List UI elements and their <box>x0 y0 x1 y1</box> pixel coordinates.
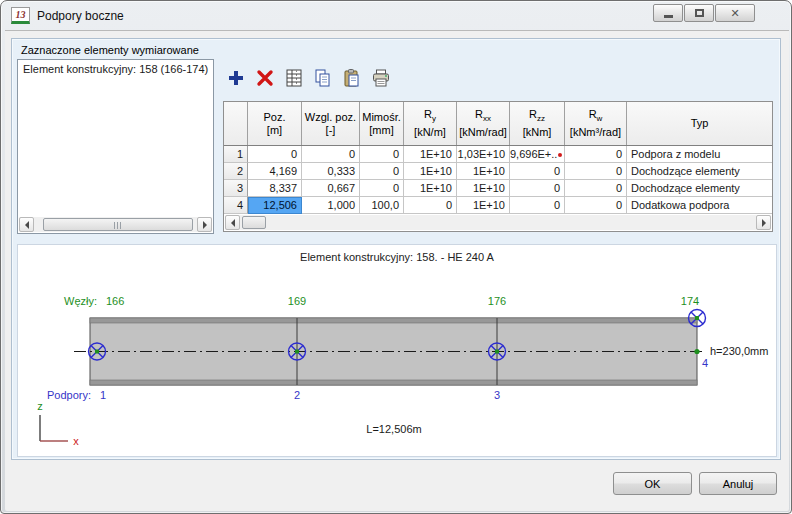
table-cell[interactable]: 12,506 <box>248 197 302 214</box>
column-header: Wzgl. poz.[-] <box>302 102 360 145</box>
minimize-button[interactable] <box>653 4 683 22</box>
copy-icon <box>313 68 333 88</box>
table-cell[interactable]: 0 <box>510 163 565 180</box>
scroll-left-arrow[interactable] <box>19 217 34 232</box>
edit-table-button[interactable] <box>281 65 307 91</box>
support-number: 2 <box>294 389 300 401</box>
scrollbar-thumb[interactable] <box>242 216 266 229</box>
support-number: 3 <box>494 389 500 401</box>
scroll-right-arrow[interactable] <box>197 217 212 232</box>
beam-bottom-flange <box>90 380 697 385</box>
plus-icon <box>226 68 246 88</box>
beam-diagram: Węzły: 166 169 176 174 Podpory: 1 2 3 4 … <box>18 245 778 458</box>
column-header: Rzz[kNm] <box>510 102 565 145</box>
delete-x-icon <box>255 68 275 88</box>
table-cell[interactable]: 4,169 <box>248 163 302 180</box>
ok-button[interactable]: OK <box>613 472 692 495</box>
table-cell[interactable]: 0 <box>248 146 302 163</box>
scroll-left-arrow[interactable] <box>225 215 240 230</box>
table-cell[interactable]: 100,0 <box>360 197 404 214</box>
scroll-right-arrow[interactable] <box>756 215 771 230</box>
close-icon: ✕ <box>730 8 739 19</box>
row-number-cell[interactable]: 2 <box>224 163 248 180</box>
table-horizontal-scrollbar[interactable] <box>225 215 771 230</box>
dialog-window: 13 Podpory boczne ✕ Zaznaczone elementy … <box>0 0 792 514</box>
column-header: Rw[kNm³/rad] <box>565 102 627 145</box>
column-header: Typ <box>627 102 772 145</box>
cancel-button[interactable]: Anuluj <box>699 472 777 495</box>
paste-button[interactable] <box>339 65 365 91</box>
table-cell[interactable]: 0 <box>360 163 404 180</box>
beam-diagram-panel: Element konstrukcyjny: 158. - HE 240 A <box>17 244 777 457</box>
table-cell[interactable]: 0 <box>565 146 627 163</box>
table-cell[interactable]: 1E+10 <box>404 163 457 180</box>
title-bar[interactable]: 13 Podpory boczne ✕ <box>1 1 791 30</box>
table-cell[interactable]: 9,696E+.. <box>510 146 565 163</box>
print-button[interactable] <box>368 65 394 91</box>
beam-end-marker <box>694 349 699 354</box>
arrow-right-icon <box>762 219 770 227</box>
selected-elements-listbox[interactable]: Element konstrukcyjny: 158 (166-174) <box>17 59 214 234</box>
table-cell[interactable]: 1E+10 <box>457 180 510 197</box>
node-marker <box>295 350 299 354</box>
table-cell[interactable]: 0 <box>565 180 627 197</box>
table-cell[interactable]: Dochodzące elementy <box>627 180 772 197</box>
supports-label: Podpory: <box>47 389 91 401</box>
table-cell[interactable]: 0 <box>565 197 627 214</box>
copy-button[interactable] <box>310 65 336 91</box>
table-cell[interactable]: 0,333 <box>302 163 360 180</box>
column-header: Poz.[m] <box>248 102 302 145</box>
scrollbar-track[interactable] <box>34 218 197 231</box>
node-number: 166 <box>106 295 124 307</box>
table-row: 412,5061,000100,001E+1000Dodatkowa podpo… <box>224 197 772 214</box>
header-corner-cell <box>224 102 248 145</box>
supports-table: Poz.[m]Wzgl. poz.[-]Mimośr.[mm]Ry[kN/m]R… <box>223 101 773 232</box>
table-cell[interactable]: 0 <box>360 180 404 197</box>
arrow-left-icon <box>21 221 29 229</box>
table-cell[interactable]: Dodatkowa podpora <box>627 197 772 214</box>
close-button[interactable]: ✕ <box>715 4 755 22</box>
table-row: 24,1690,33301E+101E+1000Dochodzące eleme… <box>224 163 772 180</box>
row-number-cell[interactable]: 3 <box>224 180 248 197</box>
minimize-icon <box>664 15 673 18</box>
table-row: 10001E+101,03E+109,696E+..0Podpora z mod… <box>224 146 772 163</box>
support-number: 1 <box>100 389 106 401</box>
table-cell[interactable]: 1E+10 <box>404 146 457 163</box>
table-cell[interactable]: 8,337 <box>248 180 302 197</box>
module-icon: 13 <box>11 7 30 24</box>
table-cell[interactable]: 1E+10 <box>457 163 510 180</box>
scrollbar-track[interactable] <box>240 216 756 229</box>
table-cell[interactable]: Dochodzące elementy <box>627 163 772 180</box>
beam-top-flange <box>90 318 697 323</box>
table-cell[interactable]: 1,000 <box>302 197 360 214</box>
table-cell[interactable]: 0 <box>404 197 457 214</box>
row-number-cell[interactable]: 1 <box>224 146 248 163</box>
delete-row-button[interactable] <box>252 65 278 91</box>
table-cell[interactable]: 0 <box>302 146 360 163</box>
table-cell[interactable]: 0,667 <box>302 180 360 197</box>
row-number-cell[interactable]: 4 <box>224 197 248 214</box>
table-cell[interactable]: 1E+10 <box>404 180 457 197</box>
table-cell[interactable]: 1,03E+10 <box>457 146 510 163</box>
scrollbar-thumb[interactable] <box>43 218 193 231</box>
table-cell[interactable]: 1E+10 <box>457 197 510 214</box>
table-cell[interactable]: Podpora z modelu <box>627 146 772 163</box>
selected-elements-label: Zaznaczone elementy wymiarowane <box>21 44 199 56</box>
printer-icon <box>371 68 391 88</box>
table-cell[interactable]: 0 <box>510 180 565 197</box>
table-row: 38,3370,66701E+101E+1000Dochodzące eleme… <box>224 180 772 197</box>
column-header: Ry[kN/m] <box>404 102 457 145</box>
listbox-horizontal-scrollbar[interactable] <box>19 217 212 232</box>
axis-x-label: x <box>73 435 79 447</box>
node-number: 176 <box>488 295 506 307</box>
table-grid-icon <box>284 68 304 88</box>
dialog-client-area: Zaznaczone elementy wymiarowane Element … <box>5 30 789 511</box>
maximize-button[interactable] <box>684 4 714 22</box>
table-cell[interactable]: 0 <box>565 163 627 180</box>
node-number: 169 <box>288 295 306 307</box>
list-item[interactable]: Element konstrukcyjny: 158 (166-174) <box>18 60 213 77</box>
table-cell[interactable]: 0 <box>360 146 404 163</box>
table-toolbar <box>223 65 394 91</box>
table-cell[interactable]: 0 <box>510 197 565 214</box>
add-row-button[interactable] <box>223 65 249 91</box>
